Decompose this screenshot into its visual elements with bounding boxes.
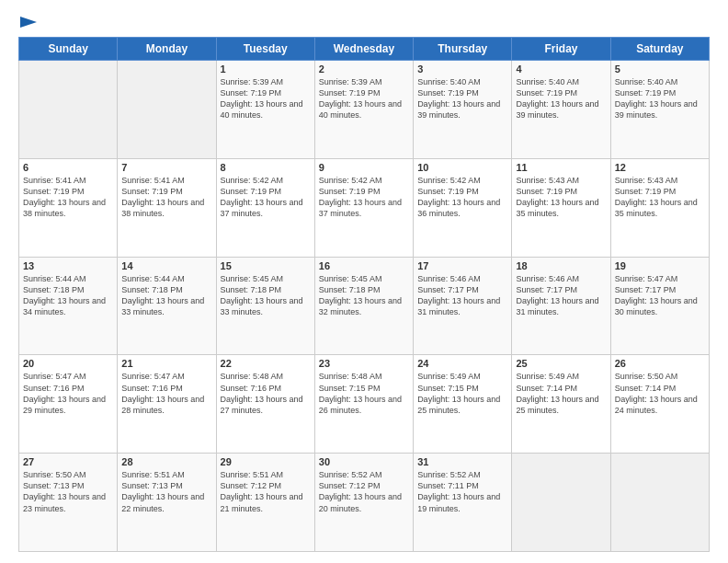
calendar-cell: 21Sunrise: 5:47 AMSunset: 7:16 PMDayligh…: [118, 355, 216, 454]
cell-content: Sunrise: 5:49 AMSunset: 7:14 PMDaylight:…: [516, 371, 606, 416]
day-number: 14: [121, 260, 211, 271]
day-number: 4: [516, 63, 606, 75]
cell-content: Sunrise: 5:48 AMSunset: 7:15 PMDaylight:…: [319, 371, 409, 416]
calendar-cell: 15Sunrise: 5:45 AMSunset: 7:18 PMDayligh…: [216, 257, 314, 355]
weekday-header-monday: Monday: [118, 38, 216, 61]
cell-content: Sunrise: 5:40 AMSunset: 7:19 PMDaylight:…: [516, 76, 606, 121]
cell-content: Sunrise: 5:41 AMSunset: 7:19 PMDaylight:…: [121, 175, 211, 220]
day-number: 6: [23, 162, 113, 173]
day-number: 27: [23, 456, 113, 467]
calendar-cell: 27Sunrise: 5:50 AMSunset: 7:13 PMDayligh…: [19, 454, 118, 552]
cell-content: Sunrise: 5:41 AMSunset: 7:19 PMDaylight:…: [23, 175, 113, 220]
cell-content: Sunrise: 5:47 AMSunset: 7:16 PMDaylight:…: [23, 371, 113, 416]
calendar-cell: 10Sunrise: 5:42 AMSunset: 7:19 PMDayligh…: [414, 158, 512, 257]
page: SundayMondayTuesdayWednesdayThursdayFrid…: [0, 0, 728, 563]
svg-marker-0: [20, 17, 37, 28]
calendar-cell: [610, 454, 709, 552]
day-number: 24: [417, 358, 507, 369]
day-number: 23: [319, 358, 409, 369]
week-row-3: 13Sunrise: 5:44 AMSunset: 7:18 PMDayligh…: [19, 257, 710, 355]
weekday-header-saturday: Saturday: [610, 38, 709, 61]
day-number: 15: [221, 260, 311, 271]
calendar-cell: 23Sunrise: 5:48 AMSunset: 7:15 PMDayligh…: [314, 355, 413, 454]
day-number: 3: [417, 63, 507, 75]
calendar-cell: 5Sunrise: 5:40 AMSunset: 7:19 PMDaylight…: [610, 61, 709, 159]
calendar-cell: 18Sunrise: 5:46 AMSunset: 7:17 PMDayligh…: [512, 257, 610, 355]
logo-flag-icon: [20, 17, 37, 28]
day-number: 25: [516, 358, 606, 369]
day-number: 22: [221, 358, 311, 369]
day-number: 29: [221, 456, 311, 467]
cell-content: Sunrise: 5:49 AMSunset: 7:15 PMDaylight:…: [417, 371, 507, 416]
day-number: 1: [221, 63, 311, 75]
day-number: 13: [23, 260, 113, 271]
weekday-header-thursday: Thursday: [414, 38, 512, 61]
day-number: 9: [319, 162, 409, 173]
cell-content: Sunrise: 5:51 AMSunset: 7:13 PMDaylight:…: [121, 469, 211, 514]
cell-content: Sunrise: 5:42 AMSunset: 7:19 PMDaylight:…: [417, 175, 507, 220]
cell-content: Sunrise: 5:42 AMSunset: 7:19 PMDaylight:…: [319, 175, 409, 220]
cell-content: Sunrise: 5:50 AMSunset: 7:13 PMDaylight:…: [23, 469, 113, 514]
week-row-1: 1Sunrise: 5:39 AMSunset: 7:19 PMDaylight…: [19, 61, 710, 159]
calendar-cell: 3Sunrise: 5:40 AMSunset: 7:19 PMDaylight…: [414, 61, 512, 159]
cell-content: Sunrise: 5:44 AMSunset: 7:18 PMDaylight:…: [23, 273, 113, 318]
calendar-cell: 31Sunrise: 5:52 AMSunset: 7:11 PMDayligh…: [414, 454, 512, 552]
cell-content: Sunrise: 5:43 AMSunset: 7:19 PMDaylight:…: [615, 175, 705, 220]
cell-content: Sunrise: 5:46 AMSunset: 7:17 PMDaylight:…: [516, 273, 606, 318]
week-row-5: 27Sunrise: 5:50 AMSunset: 7:13 PMDayligh…: [19, 454, 710, 552]
day-number: 19: [615, 260, 705, 271]
calendar-cell: 30Sunrise: 5:52 AMSunset: 7:12 PMDayligh…: [314, 454, 413, 552]
day-number: 8: [221, 162, 311, 173]
day-number: 17: [417, 260, 507, 271]
day-number: 12: [615, 162, 705, 173]
day-number: 10: [417, 162, 507, 173]
day-number: 7: [121, 162, 211, 173]
calendar-cell: 20Sunrise: 5:47 AMSunset: 7:16 PMDayligh…: [19, 355, 118, 454]
cell-content: Sunrise: 5:50 AMSunset: 7:14 PMDaylight:…: [615, 371, 705, 416]
day-number: 18: [516, 260, 606, 271]
cell-content: Sunrise: 5:44 AMSunset: 7:18 PMDaylight:…: [121, 273, 211, 318]
cell-content: Sunrise: 5:45 AMSunset: 7:18 PMDaylight:…: [319, 273, 409, 318]
weekday-header-sunday: Sunday: [19, 38, 118, 61]
day-number: 31: [417, 456, 507, 467]
cell-content: Sunrise: 5:52 AMSunset: 7:12 PMDaylight:…: [319, 469, 409, 514]
calendar-cell: 24Sunrise: 5:49 AMSunset: 7:15 PMDayligh…: [414, 355, 512, 454]
calendar-cell: 1Sunrise: 5:39 AMSunset: 7:19 PMDaylight…: [216, 61, 314, 159]
weekday-header-row: SundayMondayTuesdayWednesdayThursdayFrid…: [19, 38, 710, 61]
calendar-cell: 26Sunrise: 5:50 AMSunset: 7:14 PMDayligh…: [610, 355, 709, 454]
week-row-2: 6Sunrise: 5:41 AMSunset: 7:19 PMDaylight…: [19, 158, 710, 257]
weekday-header-wednesday: Wednesday: [314, 38, 413, 61]
calendar-cell: 19Sunrise: 5:47 AMSunset: 7:17 PMDayligh…: [610, 257, 709, 355]
weekday-header-tuesday: Tuesday: [216, 38, 314, 61]
cell-content: Sunrise: 5:39 AMSunset: 7:19 PMDaylight:…: [319, 76, 409, 121]
week-row-4: 20Sunrise: 5:47 AMSunset: 7:16 PMDayligh…: [19, 355, 710, 454]
calendar-cell: 7Sunrise: 5:41 AMSunset: 7:19 PMDaylight…: [118, 158, 216, 257]
calendar-cell: 28Sunrise: 5:51 AMSunset: 7:13 PMDayligh…: [118, 454, 216, 552]
header: [18, 17, 710, 28]
cell-content: Sunrise: 5:47 AMSunset: 7:16 PMDaylight:…: [121, 371, 211, 416]
day-number: 20: [23, 358, 113, 369]
calendar-cell: 25Sunrise: 5:49 AMSunset: 7:14 PMDayligh…: [512, 355, 610, 454]
calendar-cell: 2Sunrise: 5:39 AMSunset: 7:19 PMDaylight…: [314, 61, 413, 159]
day-number: 21: [121, 358, 211, 369]
logo: [18, 17, 37, 28]
calendar-table: SundayMondayTuesdayWednesdayThursdayFrid…: [18, 37, 710, 552]
cell-content: Sunrise: 5:42 AMSunset: 7:19 PMDaylight:…: [221, 175, 311, 220]
day-number: 5: [615, 63, 705, 75]
calendar-cell: 6Sunrise: 5:41 AMSunset: 7:19 PMDaylight…: [19, 158, 118, 257]
calendar-cell: 11Sunrise: 5:43 AMSunset: 7:19 PMDayligh…: [512, 158, 610, 257]
calendar-cell: [118, 61, 216, 159]
day-number: 30: [319, 456, 409, 467]
day-number: 11: [516, 162, 606, 173]
cell-content: Sunrise: 5:40 AMSunset: 7:19 PMDaylight:…: [417, 76, 507, 121]
day-number: 26: [615, 358, 705, 369]
cell-content: Sunrise: 5:43 AMSunset: 7:19 PMDaylight:…: [516, 175, 606, 220]
cell-content: Sunrise: 5:47 AMSunset: 7:17 PMDaylight:…: [615, 273, 705, 318]
calendar-cell: 29Sunrise: 5:51 AMSunset: 7:12 PMDayligh…: [216, 454, 314, 552]
cell-content: Sunrise: 5:46 AMSunset: 7:17 PMDaylight:…: [417, 273, 507, 318]
day-number: 16: [319, 260, 409, 271]
calendar-cell: [19, 61, 118, 159]
day-number: 2: [319, 63, 409, 75]
cell-content: Sunrise: 5:45 AMSunset: 7:18 PMDaylight:…: [221, 273, 311, 318]
calendar-cell: 22Sunrise: 5:48 AMSunset: 7:16 PMDayligh…: [216, 355, 314, 454]
